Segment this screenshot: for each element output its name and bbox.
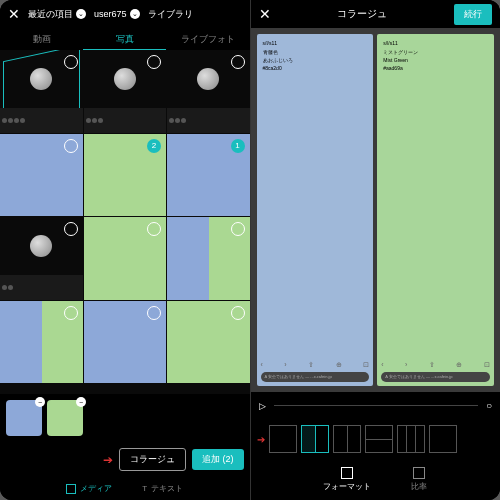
layout-2col-alt[interactable] <box>333 425 361 453</box>
close-icon[interactable]: ✕ <box>8 6 20 22</box>
photo-item[interactable] <box>0 217 83 300</box>
left-header: ✕ 最近の項目⌄ user675⌄ ライブラリ <box>0 0 250 28</box>
arrow-icon: ➔ <box>103 453 113 467</box>
chevron-down-icon: ⌄ <box>130 9 140 19</box>
media-tabs: 動画 写真 ライブフォト <box>0 28 250 50</box>
continue-button[interactable]: 続行 <box>454 4 492 25</box>
player-bar: ▷ ○ <box>251 392 501 419</box>
thumb-item[interactable]: − <box>6 400 42 436</box>
preview-card-green[interactable]: s/l/s11 ミストグリーン Mist Green #aad69a ‹›⇪⊕⊡… <box>377 34 494 386</box>
arrow-icon: ➔ <box>257 434 265 445</box>
chevron-down-icon: ⌄ <box>76 9 86 19</box>
photo-item[interactable] <box>0 301 83 384</box>
select-circle[interactable] <box>231 306 245 320</box>
layout-2row[interactable] <box>365 425 393 453</box>
layout-options: ➔ <box>251 419 501 459</box>
close-icon[interactable]: ✕ <box>259 6 271 22</box>
layout-3col[interactable] <box>397 425 425 453</box>
tab-photo[interactable]: 写真 <box>83 28 166 50</box>
tab-video[interactable]: 動画 <box>0 28 83 50</box>
tab-livephoto[interactable]: ライブフォト <box>166 28 249 50</box>
remove-icon[interactable]: − <box>76 397 86 407</box>
photo-item[interactable]: 1 <box>167 134 250 217</box>
text-icon: T <box>142 484 147 493</box>
url-bar: A 安全ではありません — ...x.cafein.jp <box>261 372 370 382</box>
collage-button[interactable]: コラージュ <box>119 448 186 471</box>
format-icon <box>341 467 353 479</box>
select-circle[interactable] <box>147 306 161 320</box>
selection-badge: 2 <box>147 139 161 153</box>
select-circle[interactable] <box>231 55 245 69</box>
media-icon <box>66 484 76 494</box>
photo-item[interactable] <box>84 301 167 384</box>
library-link[interactable]: ライブラリ <box>148 8 193 21</box>
photo-item[interactable] <box>84 217 167 300</box>
thumb-item[interactable]: − <box>47 400 83 436</box>
selection-badge: 1 <box>231 139 245 153</box>
url-bar: A 安全ではありません — ...x.cafein.jp <box>381 372 490 382</box>
layout-2col[interactable] <box>301 425 329 453</box>
nav-media[interactable]: メディア <box>66 483 112 494</box>
photo-item[interactable] <box>167 301 250 384</box>
ratio-icon <box>413 467 425 479</box>
recent-dropdown[interactable]: 最近の項目⌄ <box>28 8 86 21</box>
right-header: ✕ コラージュ 続行 <box>251 0 501 28</box>
add-button[interactable]: 追加 (2) <box>192 449 244 470</box>
layout-more[interactable] <box>429 425 457 453</box>
select-circle[interactable] <box>231 222 245 236</box>
bottom-nav: メディア Tテキスト <box>0 477 250 500</box>
loop-icon[interactable]: ○ <box>486 400 492 411</box>
nav-text[interactable]: Tテキスト <box>142 483 183 494</box>
photo-item[interactable] <box>0 134 83 217</box>
tab-format[interactable]: フォーマット <box>323 467 371 492</box>
photo-item[interactable] <box>167 50 250 133</box>
select-circle[interactable] <box>147 222 161 236</box>
photo-item[interactable]: 2 <box>84 134 167 217</box>
select-circle[interactable] <box>64 139 78 153</box>
remove-icon[interactable]: − <box>35 397 45 407</box>
tab-ratio[interactable]: 比率 <box>411 467 427 492</box>
action-bar: ➔ コラージュ 追加 (2) <box>0 442 250 477</box>
select-circle[interactable] <box>64 222 78 236</box>
select-circle[interactable] <box>147 55 161 69</box>
photo-item[interactable] <box>84 50 167 133</box>
bottom-tabs: フォーマット 比率 <box>251 459 501 500</box>
user-dropdown[interactable]: user675⌄ <box>94 9 140 19</box>
select-circle[interactable] <box>64 55 78 69</box>
photo-item[interactable] <box>167 217 250 300</box>
layout-single[interactable] <box>269 425 297 453</box>
selected-thumbs: − − <box>0 394 250 442</box>
photo-grid: 2 1 <box>0 50 250 394</box>
play-icon[interactable]: ▷ <box>259 401 266 411</box>
select-circle[interactable] <box>64 306 78 320</box>
page-title: コラージュ <box>279 7 447 21</box>
preview-card-blue[interactable]: s/l/s11 青藤色 あおふじいろ #8ca2d0 ‹›⇪⊕⊡ A 安全ではあ… <box>257 34 374 386</box>
collage-preview: s/l/s11 青藤色 あおふじいろ #8ca2d0 ‹›⇪⊕⊡ A 安全ではあ… <box>251 28 501 392</box>
photo-item[interactable] <box>0 50 83 133</box>
timeline[interactable] <box>274 405 478 406</box>
